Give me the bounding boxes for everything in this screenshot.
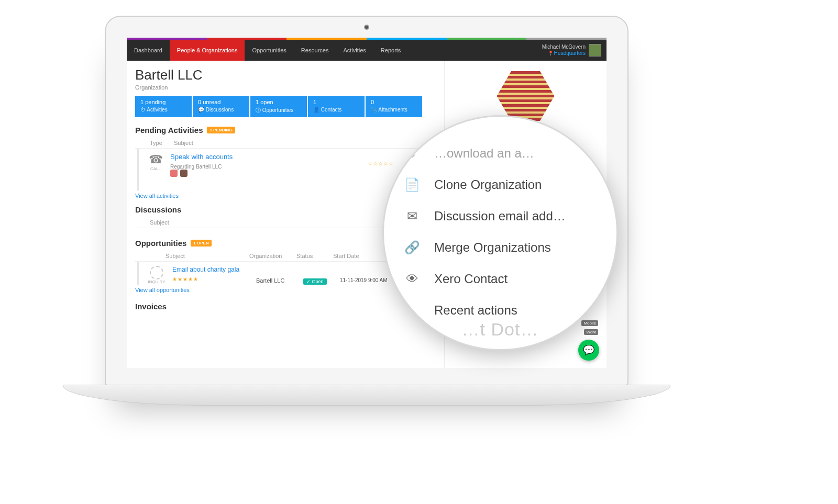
- stat-tile[interactable]: 0📎 Attachments: [366, 96, 422, 117]
- chat-fab[interactable]: 💬: [578, 340, 599, 361]
- laptop-base: [63, 385, 670, 406]
- activity-type-label: CALL: [146, 166, 165, 171]
- section-title: Discussions: [135, 205, 181, 214]
- inquiry-icon: [150, 266, 163, 279]
- camera-dot: [364, 25, 369, 30]
- assignee-avatar: [180, 170, 188, 177]
- menu-item-icon: 👁: [403, 272, 422, 286]
- stat-tile[interactable]: 1 openⓘ Opportunities: [250, 96, 307, 117]
- opp-status-pill: ✓ Open: [303, 278, 327, 285]
- menu-item-icon: ✉: [403, 209, 422, 223]
- section-title: Invoices: [135, 302, 167, 311]
- pending-badge: 1 PENDING: [207, 127, 235, 133]
- menu-item-label: Clone Organization: [434, 177, 542, 192]
- menu-item-icon: 🔗: [403, 240, 422, 255]
- section-title: Opportunities: [135, 239, 186, 248]
- view-all-activities-link[interactable]: View all activities: [135, 193, 179, 199]
- stat-tile[interactable]: 1👤 Contacts: [308, 96, 365, 117]
- rating-empty: ☆☆☆☆☆: [368, 161, 394, 166]
- section-title: Pending Activities: [135, 126, 203, 135]
- action-menu-item[interactable]: 👁Xero Contact: [403, 263, 598, 295]
- action-menu-item[interactable]: ⬇…ownload an a…: [403, 138, 598, 169]
- user-location[interactable]: Headquarters: [542, 50, 586, 57]
- magnifier-overlay: ⬇…ownload an a…📄Clone Organization✉Discu…: [382, 115, 618, 351]
- action-menu-item[interactable]: 🔗Merge Organizations: [403, 232, 598, 263]
- opp-type-label: INQUIRY: [146, 279, 167, 284]
- user-name: Michael McGovern: [542, 44, 586, 50]
- nav-item-people-organizations[interactable]: People & Organizations: [170, 40, 245, 61]
- org-logo: [497, 71, 555, 121]
- page-subtitle: Organization: [135, 84, 203, 91]
- menu-item-label: …ownload an a…: [434, 146, 534, 161]
- action-menu-item[interactable]: ✉Discussion email add…: [403, 200, 598, 232]
- opp-subject-link[interactable]: Email about charity gala: [172, 266, 251, 273]
- stat-tile[interactable]: 0 unread💬 Discussions: [193, 96, 249, 117]
- nav-item-resources[interactable]: Resources: [294, 40, 336, 61]
- view-all-opps-link[interactable]: View all opportunities: [135, 287, 190, 294]
- stat-tile[interactable]: 1 pending⏱ Activities: [135, 96, 192, 117]
- nav-item-opportunities[interactable]: Opportunities: [245, 40, 293, 61]
- email-tag: Work: [584, 329, 598, 335]
- phone-tag: Mobile: [581, 320, 598, 326]
- avatar[interactable]: [589, 44, 601, 57]
- main-nav: DashboardPeople & OrganizationsOpportuni…: [127, 40, 607, 61]
- user-menu[interactable]: Michael McGovern Headquarters: [542, 40, 607, 61]
- phone-icon: ☎: [146, 153, 165, 166]
- nav-item-activities[interactable]: Activities: [336, 40, 373, 61]
- opps-badge: 1 OPEN: [191, 240, 211, 247]
- menu-item-label: Discussion email add…: [434, 209, 566, 223]
- action-menu-item[interactable]: 📄Clone Organization: [403, 169, 598, 200]
- activity-regarding: Regarding Bartell LLC: [170, 164, 222, 170]
- menu-item-icon: 📄: [403, 177, 422, 192]
- rating-full: ★★★★★: [172, 276, 251, 282]
- nav-item-reports[interactable]: Reports: [373, 40, 409, 61]
- menu-item-label: Xero Contact: [434, 272, 508, 286]
- opp-org: Bartell LLC: [256, 266, 298, 284]
- nav-item-dashboard[interactable]: Dashboard: [127, 40, 170, 61]
- assignee-avatar: [170, 170, 178, 177]
- menu-item-label: Merge Organizations: [434, 240, 551, 255]
- page-title: Bartell LLC: [135, 67, 203, 83]
- menu-item-label: Recent actions: [434, 303, 517, 318]
